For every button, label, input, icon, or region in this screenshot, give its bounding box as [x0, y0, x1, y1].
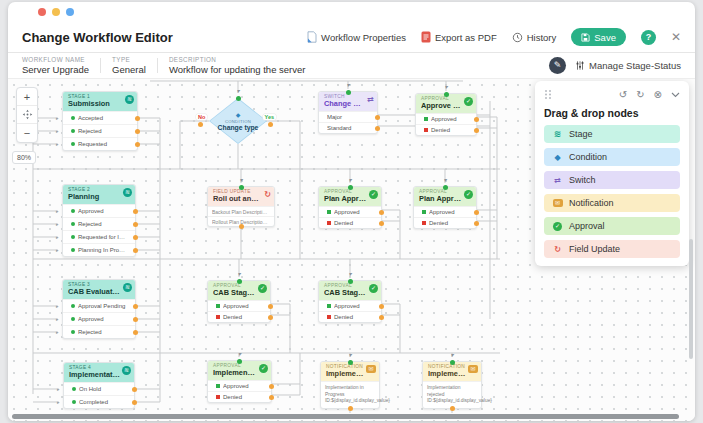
- undo-icon[interactable]: ↺: [619, 89, 627, 100]
- horizontal-scrollbar[interactable]: [12, 414, 679, 419]
- collapse-chevron-icon[interactable]: [671, 92, 680, 98]
- node-approval-cab-stage-2[interactable]: ▾ APPROVAL CAB Stage 2 ✓ Approved Denied: [318, 280, 382, 323]
- workflow-canvas[interactable]: + − 80% STAGE 1 Submission ≋ ▸Accepted ▸…: [8, 79, 695, 421]
- connector-port[interactable]: [135, 142, 140, 147]
- stage-status-row[interactable]: ▸Planning In Progress: [63, 243, 135, 256]
- approval-row[interactable]: Approved: [416, 113, 476, 124]
- approval-row[interactable]: Approved: [319, 206, 381, 217]
- connector-port[interactable]: [474, 117, 479, 122]
- connector-port[interactable]: [348, 406, 353, 411]
- edit-pencil-icon[interactable]: ✎: [549, 57, 566, 74]
- stage-status-row[interactable]: ▸Rejected: [63, 217, 135, 230]
- connector-port[interactable]: [133, 235, 138, 240]
- approval-row[interactable]: Denied: [319, 311, 381, 322]
- connector-port[interactable]: [135, 129, 140, 134]
- node-stage-3[interactable]: STAGE 3 CAB Evaluation ≋ ▸Approval Pendi…: [62, 279, 136, 339]
- close-icon[interactable]: ✕: [671, 30, 681, 44]
- connector-port[interactable]: [135, 116, 140, 121]
- traffic-light-minimize[interactable]: [52, 8, 60, 16]
- stage-status-row[interactable]: ▸Approved: [63, 204, 135, 217]
- zoom-level-indicator[interactable]: 80%: [12, 151, 36, 164]
- connector-port[interactable]: [132, 400, 137, 405]
- input-port[interactable]: [450, 360, 455, 365]
- input-port[interactable]: [236, 96, 241, 101]
- approval-row[interactable]: Approved: [414, 206, 476, 217]
- palette-item-field-update[interactable]: ↻ Field Update: [544, 240, 680, 258]
- input-port[interactable]: [348, 279, 353, 284]
- traffic-light-close[interactable]: [38, 8, 46, 16]
- workflow-properties-button[interactable]: Workflow Properties: [307, 31, 406, 43]
- input-port[interactable]: [239, 185, 244, 190]
- input-port[interactable]: [348, 360, 353, 365]
- redo-icon[interactable]: ↻: [636, 89, 644, 100]
- input-port[interactable]: [237, 359, 242, 364]
- connector-port[interactable]: [132, 387, 137, 392]
- node-condition-change-type[interactable]: ▾ ◆ CONDITION Change type No Yes: [209, 98, 267, 144]
- palette-item-stage[interactable]: ≋ Stage: [544, 125, 680, 143]
- node-stage-2[interactable]: STAGE 2 Planning ≋ ▸Approved ▸Rejected ▸…: [62, 184, 136, 257]
- connector-port[interactable]: [379, 210, 384, 215]
- input-port[interactable]: [444, 92, 449, 97]
- connector-port[interactable]: [474, 221, 479, 226]
- connector-port[interactable]: [474, 210, 479, 215]
- stage-status-row[interactable]: ▸Completed: [64, 395, 134, 408]
- connector-port[interactable]: [269, 395, 274, 400]
- node-stage-1[interactable]: STAGE 1 Submission ≋ ▸Accepted ▸Rejected…: [62, 91, 138, 151]
- stage-status-row[interactable]: ▸Rejected: [63, 325, 135, 338]
- connector-port[interactable]: [133, 317, 138, 322]
- connector-port[interactable]: [450, 406, 455, 411]
- connector-port[interactable]: [375, 126, 380, 131]
- connector-port[interactable]: [269, 384, 274, 389]
- zoom-in-button[interactable]: +: [17, 88, 37, 106]
- approval-row[interactable]: Approved: [319, 300, 381, 311]
- stage-status-row[interactable]: ▸Requested for Informat...: [63, 230, 135, 243]
- connector-port[interactable]: [379, 221, 384, 226]
- zoom-out-button[interactable]: −: [17, 124, 37, 142]
- palette-item-approval[interactable]: ✓ Approval: [544, 217, 680, 235]
- approval-row[interactable]: Approved: [208, 380, 271, 391]
- approval-row[interactable]: Denied: [208, 391, 271, 402]
- connector-port[interactable]: [268, 315, 273, 320]
- node-notification-in-progress[interactable]: ▾ NOTIFICATION Implementation i... ✉ Imp…: [320, 361, 380, 409]
- approval-row[interactable]: Denied: [416, 124, 476, 135]
- connector-port[interactable]: [239, 224, 244, 229]
- input-port[interactable]: [237, 279, 242, 284]
- connector-port[interactable]: [133, 330, 138, 335]
- node-approval-plan-lvl-1[interactable]: ▾ APPROVAL Plan Approval LVL 1 ✓ Approve…: [318, 186, 382, 229]
- connector-port[interactable]: [375, 115, 380, 120]
- palette-item-notification[interactable]: ✉ Notification: [544, 194, 680, 212]
- connector-port[interactable]: [379, 315, 384, 320]
- connector-port[interactable]: [133, 222, 138, 227]
- palette-item-condition[interactable]: ◆ Condition: [544, 148, 680, 166]
- stage-status-row[interactable]: ▸On Hold: [64, 382, 134, 395]
- input-port[interactable]: [346, 90, 351, 95]
- drag-handle-icon[interactable]: [544, 89, 552, 100]
- stage-status-row[interactable]: ▸Rejected: [63, 124, 137, 137]
- node-approval-approve-request[interactable]: ▾ APPROVAL Approve request ✓ Approved De…: [415, 93, 477, 136]
- node-approval-implementing[interactable]: ▾ APPROVAL Implementing Ap... ✓ Approved…: [207, 360, 272, 403]
- connector-port[interactable]: [198, 122, 203, 127]
- approval-row[interactable]: Denied: [414, 217, 476, 228]
- export-pdf-button[interactable]: Export as PDF: [421, 31, 497, 43]
- stage-status-row[interactable]: ▸Approved: [63, 312, 135, 325]
- node-approval-cab-stage-1[interactable]: ▾ APPROVAL CAB Stage 1 ✓ Approved Denied: [207, 280, 271, 323]
- switch-case-row[interactable]: Major: [319, 111, 377, 122]
- traffic-light-maximize[interactable]: [66, 8, 74, 16]
- approval-row[interactable]: Approved: [208, 300, 270, 311]
- stage-status-row[interactable]: ▸Requested: [63, 137, 137, 150]
- stage-status-row[interactable]: ▸Approval Pending: [63, 299, 135, 312]
- stage-status-row[interactable]: ▸Accepted: [63, 111, 137, 124]
- connector-port[interactable]: [268, 122, 273, 127]
- node-approval-plan-lvl-2[interactable]: ▾ APPROVAL Plan Approval LVL 2 ✓ Approve…: [413, 186, 477, 229]
- save-button[interactable]: Save: [571, 28, 626, 46]
- approval-row[interactable]: Denied: [208, 311, 270, 322]
- history-button[interactable]: History: [512, 32, 557, 43]
- input-port[interactable]: [443, 185, 448, 190]
- switch-case-row[interactable]: Standard: [319, 122, 377, 133]
- node-notification-rejected[interactable]: ▾ NOTIFICATION Implementation R... ✉ Imp…: [422, 361, 482, 409]
- connector-port[interactable]: [268, 304, 273, 309]
- connector-port[interactable]: [474, 128, 479, 133]
- connector-port[interactable]: [133, 304, 138, 309]
- manage-stage-status-button[interactable]: Manage Stage-Status: [575, 60, 681, 71]
- node-switch-change-type[interactable]: ▾ SWITCH Change Type ⇄ Major Standard: [318, 91, 378, 134]
